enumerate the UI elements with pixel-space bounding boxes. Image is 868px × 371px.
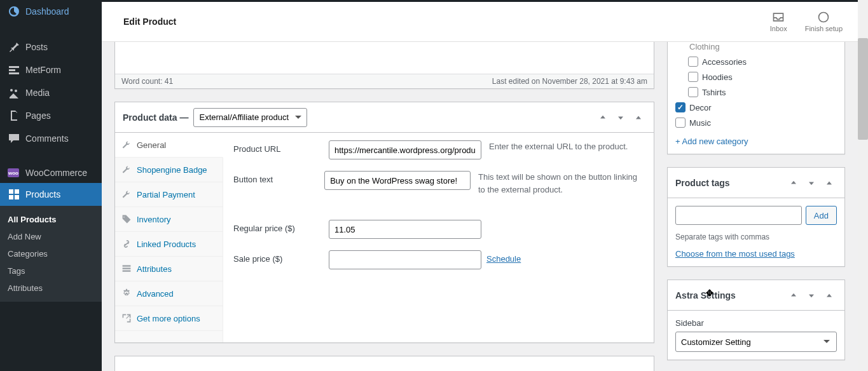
link-icon	[121, 239, 132, 249]
toggle-button[interactable]	[822, 175, 837, 191]
checkbox-music[interactable]	[675, 118, 685, 128]
tab-shopengine-badge[interactable]: Shopengine Badge	[115, 158, 223, 182]
tab-inventory[interactable]: Inventory	[115, 207, 223, 232]
astra-sidebar-select[interactable]: Customizer Setting	[675, 332, 837, 352]
svg-rect-9	[123, 265, 131, 266]
scrollbar-thumb[interactable]	[858, 38, 868, 140]
submenu-attributes[interactable]: Attributes	[0, 280, 102, 297]
finish-setup-button[interactable]: Finish setup	[805, 11, 843, 32]
sidebar-media[interactable]: Media	[0, 81, 102, 104]
product-data-tabs: General Shopengine Badge Partial Payment	[115, 133, 223, 342]
tab-advanced[interactable]: Advanced	[115, 281, 223, 306]
editor-body[interactable]	[115, 42, 654, 74]
choose-tags-link[interactable]: Choose from the most used tags	[675, 249, 795, 259]
tab-partial-payment[interactable]: Partial Payment	[115, 182, 223, 207]
toggle-button[interactable]	[631, 110, 646, 125]
product-url-label: Product URL	[233, 140, 329, 154]
sidebar-label: Posts	[25, 42, 48, 52]
sidebar-label: Dashboard	[25, 6, 69, 17]
sidebar-submenu: All Products Add New Categories Tags Att…	[0, 206, 102, 302]
comment-icon	[8, 132, 20, 145]
toggle-button[interactable]	[822, 288, 837, 303]
dashboard-icon	[8, 5, 20, 18]
tab-attributes[interactable]: Attributes	[115, 257, 223, 281]
product-categories-box: Clothing Accessories Hoodies Tshirt	[667, 42, 845, 154]
sale-price-input[interactable]	[329, 250, 481, 269]
svg-rect-10	[123, 267, 131, 269]
tab-get-more[interactable]: Get more options	[115, 306, 223, 331]
page-header: Edit Product Inbox Finish setup	[102, 2, 858, 42]
svg-rect-11	[123, 270, 131, 271]
sidebar-label: Pages	[25, 111, 51, 121]
submenu-tags[interactable]: Tags	[0, 262, 102, 280]
product-data-box: Product data — External/Affiliate produc…	[114, 102, 654, 343]
tab-general[interactable]: General	[115, 133, 223, 158]
sidebar-metform[interactable]: MetForm	[0, 58, 102, 81]
editor-status-bar: Word count: 41 Last edited on November 2…	[115, 74, 654, 88]
sidebar-label: Comments	[25, 133, 69, 144]
button-text-help: This text will be shown on the button li…	[478, 171, 644, 196]
sidebar-products[interactable]: Products	[0, 183, 102, 206]
word-count: Word count: 41	[121, 77, 173, 86]
svg-point-8	[819, 13, 829, 22]
button-text-input[interactable]	[324, 171, 471, 190]
submenu-add-new[interactable]: Add New	[0, 228, 102, 245]
sidebar-comments[interactable]: Comments	[0, 127, 102, 150]
pages-icon	[8, 109, 20, 122]
add-tag-button[interactable]: Add	[806, 206, 837, 225]
move-down-button[interactable]	[804, 175, 819, 191]
svg-rect-7	[15, 195, 19, 199]
sidebar-dashboard[interactable]: Dashboard	[0, 0, 102, 23]
move-down-button[interactable]	[613, 110, 628, 125]
category-label[interactable]: Accessories	[702, 57, 747, 67]
tab-linked-products[interactable]: Linked Products	[115, 232, 223, 257]
move-down-button[interactable]	[804, 288, 819, 303]
sidebar-woocommerce[interactable]: woo WooCommerce	[0, 163, 102, 183]
inbox-button[interactable]: Inbox	[770, 11, 787, 32]
checkbox-tshirts[interactable]	[688, 87, 698, 97]
next-postbox	[114, 356, 654, 371]
regular-price-input[interactable]	[329, 220, 481, 239]
submenu-categories[interactable]: Categories	[0, 245, 102, 262]
sidebar-pages[interactable]: Pages	[0, 104, 102, 127]
category-label[interactable]: Decor	[689, 103, 712, 112]
admin-sidebar: Dashboard Posts MetForm Media Pages Comm…	[0, 0, 102, 371]
move-up-button[interactable]	[595, 110, 610, 125]
sale-price-label: Sale price ($)	[233, 250, 329, 264]
product-tags-box: Product tags Add Separate tags with comm	[667, 167, 845, 267]
product-url-input[interactable]	[329, 140, 481, 159]
pin-icon	[8, 41, 20, 53]
media-icon	[8, 86, 20, 99]
checkbox-hoodies[interactable]	[688, 72, 698, 82]
sidebar-posts[interactable]: Posts	[0, 36, 102, 58]
move-up-button[interactable]	[786, 175, 801, 191]
circle-icon	[817, 11, 830, 24]
move-cursor-icon: ✥	[706, 288, 713, 298]
move-up-button[interactable]	[786, 288, 801, 303]
form-icon	[8, 64, 20, 76]
window-scrollbar[interactable]	[858, 0, 868, 371]
add-category-link[interactable]: + Add new category	[675, 137, 748, 146]
wrench-icon	[121, 140, 132, 150]
svg-rect-4	[9, 189, 13, 194]
sidebar-label: WooCommerce	[25, 168, 87, 178]
schedule-link[interactable]: Schedule	[486, 250, 521, 264]
product-data-panel: Product URL Enter the external URL to th…	[223, 133, 654, 342]
button-text-label: Button text	[233, 171, 324, 184]
category-label[interactable]: Clothing	[689, 42, 720, 51]
category-label[interactable]: Hoodies	[702, 72, 733, 82]
product-url-help: Enter the external URL to the product.	[489, 140, 628, 153]
category-label[interactable]: Tshirts	[702, 88, 726, 97]
checkbox-decor[interactable]	[675, 102, 685, 112]
sidebar-label: Products	[25, 189, 60, 199]
submenu-all-products[interactable]: All Products	[0, 211, 102, 228]
tag-input[interactable]	[675, 206, 802, 225]
checkbox-accessories[interactable]	[688, 57, 698, 67]
list-icon	[121, 264, 132, 274]
woo-icon: woo	[8, 168, 19, 177]
product-type-select[interactable]: External/Affiliate product	[193, 108, 307, 127]
svg-rect-1	[9, 69, 15, 71]
category-label[interactable]: Music	[689, 118, 711, 128]
products-icon	[8, 188, 20, 201]
svg-rect-0	[9, 66, 19, 68]
